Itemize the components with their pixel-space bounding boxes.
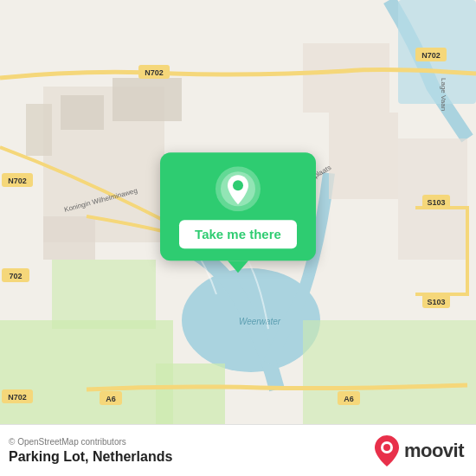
moovit-logo: moovit: [375, 435, 464, 466]
svg-text:N702: N702: [421, 51, 441, 60]
svg-text:A6: A6: [106, 395, 116, 403]
moovit-pin-icon: [375, 435, 399, 466]
location-info: © OpenStreetMap contributors Parking Lot…: [9, 437, 172, 465]
svg-rect-8: [26, 104, 52, 156]
svg-rect-11: [303, 43, 389, 113]
svg-text:N702: N702: [8, 177, 27, 185]
svg-text:Lage Vaan: Lage Vaan: [440, 78, 447, 111]
svg-rect-9: [61, 95, 104, 130]
location-name: Parking Lot, Netherlands: [9, 449, 172, 465]
svg-point-39: [233, 180, 243, 190]
svg-text:702: 702: [9, 272, 22, 280]
svg-rect-4: [52, 260, 156, 329]
take-me-there-button[interactable]: Take me there: [179, 220, 297, 248]
svg-rect-6: [156, 363, 225, 424]
svg-rect-14: [43, 216, 95, 260]
svg-rect-5: [303, 320, 476, 424]
bottom-info-bar: © OpenStreetMap contributors Parking Lot…: [0, 424, 476, 476]
osm-attribution: © OpenStreetMap contributors: [9, 437, 172, 447]
svg-text:S103: S103: [427, 298, 445, 306]
svg-rect-10: [113, 78, 182, 121]
svg-text:N702: N702: [145, 68, 164, 77]
svg-point-41: [383, 444, 390, 451]
map-view: N702 N702 N702 Koningin Wilhelminaweg S1…: [0, 0, 476, 424]
navigation-card: Take me there: [160, 152, 316, 261]
location-pin-icon: [215, 166, 261, 211]
moovit-brand-text: moovit: [404, 440, 464, 462]
svg-rect-3: [0, 320, 173, 424]
svg-text:N702: N702: [8, 393, 27, 402]
svg-text:A6: A6: [344, 395, 354, 403]
svg-text:Weerwater: Weerwater: [239, 317, 281, 326]
svg-text:S103: S103: [427, 198, 445, 207]
svg-rect-12: [329, 113, 398, 199]
